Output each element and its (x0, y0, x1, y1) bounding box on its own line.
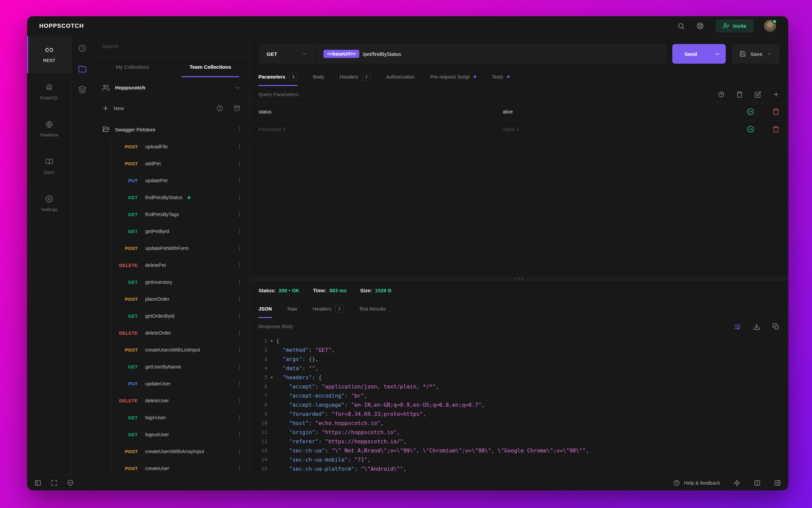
request-item-addPet[interactable]: POSTaddPet (111, 155, 249, 172)
download-icon[interactable] (753, 323, 760, 330)
kebab-menu-icon[interactable] (236, 415, 243, 421)
collections-folder-icon[interactable] (78, 65, 87, 73)
request-item-getPetById[interactable]: GETgetPetById (111, 223, 249, 240)
request-item-findPetsByTags[interactable]: GETfindPetsByTags (111, 206, 249, 223)
wrap-lines-icon[interactable] (734, 323, 741, 330)
param-key-input[interactable]: Parameter 2 (250, 121, 494, 138)
history-clock-icon[interactable] (78, 44, 87, 52)
kebab-menu-icon[interactable] (236, 126, 243, 132)
search-input[interactable] (102, 43, 241, 49)
invite-button[interactable]: Invite (716, 19, 754, 33)
kebab-menu-icon[interactable] (236, 364, 243, 370)
send-button[interactable]: Send (672, 44, 709, 64)
request-item-deleteUser[interactable]: DELETEdeleteUser (111, 392, 249, 409)
request-item-deleteOrder[interactable]: DELETEdeleteOrder (111, 324, 249, 341)
fold-arrow-icon[interactable]: ▼ (267, 373, 276, 382)
shortcuts-zap-icon[interactable] (734, 480, 740, 486)
param-delete-icon[interactable] (763, 121, 788, 138)
param-active-toggle-icon[interactable] (738, 121, 763, 138)
help-circle-icon[interactable] (718, 91, 725, 98)
split-panel-icon[interactable] (754, 480, 761, 486)
response-tab-raw[interactable]: Raw (288, 300, 297, 318)
tab-parameters[interactable]: Parameters1 (258, 68, 297, 86)
fold-arrow-icon[interactable]: ▼ (267, 336, 276, 345)
request-item-getUserByName[interactable]: GETgetUserByName (111, 358, 249, 375)
tab-pre-request-script[interactable]: Pre-request Script (430, 68, 476, 86)
tab-headers[interactable]: Headers2 (340, 68, 370, 86)
toggle-sidebar-icon[interactable] (35, 480, 41, 486)
request-item-createUsersWithListInput[interactable]: POSTcreateUsersWithListInput (111, 341, 249, 358)
request-item-deletePet[interactable]: DELETEdeletePet (111, 257, 249, 274)
param-delete-icon[interactable] (763, 103, 788, 120)
kebab-menu-icon[interactable] (236, 398, 243, 404)
nav-item-rest[interactable]: REST (27, 36, 71, 73)
kebab-menu-icon[interactable] (236, 228, 243, 234)
shortcuts-expand-icon[interactable] (51, 480, 58, 486)
search-icon[interactable] (677, 22, 685, 30)
nav-item-graphql[interactable]: GraphQL (27, 73, 71, 110)
nav-item-realtime[interactable]: Realtime (27, 110, 71, 148)
copy-icon[interactable] (772, 323, 780, 330)
help-circle-icon[interactable] (216, 105, 223, 112)
kebab-menu-icon[interactable] (236, 211, 243, 217)
request-item-getOrderById[interactable]: GETgetOrderById (111, 308, 249, 324)
request-item-updatePet[interactable]: PUTupdatePet (111, 172, 249, 189)
kebab-menu-icon[interactable] (236, 448, 243, 454)
nav-item-settings[interactable]: Settings (27, 185, 71, 222)
kebab-menu-icon[interactable] (236, 279, 243, 285)
request-item-loginUser[interactable]: GETloginUser (111, 409, 249, 426)
kebab-menu-icon[interactable] (236, 245, 243, 251)
tab-my-collections[interactable]: My Collections (93, 57, 172, 77)
url-input[interactable]: <<baseUrl>> /pet/findByStatus (316, 44, 666, 64)
request-item-uploadFile[interactable]: POSTuploadFile (111, 138, 249, 155)
support-lifebuoy-icon[interactable] (696, 22, 704, 30)
response-tab-headers[interactable]: Headers2 (313, 300, 344, 318)
request-item-logoutUser[interactable]: GETlogoutUser (111, 426, 249, 443)
add-param-plus-icon[interactable] (773, 91, 780, 98)
kebab-menu-icon[interactable] (236, 161, 243, 167)
collection-folder[interactable]: Swagger Petstore (93, 121, 249, 138)
request-item-updateUser[interactable]: PUTupdateUser (111, 375, 249, 392)
tab-team-collections[interactable]: Team Collections (172, 57, 250, 77)
kebab-menu-icon[interactable] (236, 194, 243, 200)
request-item-createUsersWithArrayInput[interactable]: POSTcreateUsersWithArrayInput (111, 443, 249, 460)
request-item-placeOrder[interactable]: POSTplaceOrder (111, 291, 249, 308)
kebab-menu-icon[interactable] (236, 313, 243, 319)
param-value-input[interactable]: alive (494, 103, 738, 120)
param-active-toggle-icon[interactable] (738, 103, 763, 120)
collapse-right-panel-icon[interactable] (774, 480, 781, 486)
method-select[interactable]: GET (258, 44, 316, 64)
kebab-menu-icon[interactable] (236, 296, 243, 302)
team-selector[interactable]: Hoppscotch (93, 77, 249, 98)
kebab-menu-icon[interactable] (236, 381, 243, 387)
request-item-getInventory[interactable]: GETgetInventory (111, 274, 249, 291)
kebab-menu-icon[interactable] (236, 262, 243, 268)
kebab-menu-icon[interactable] (236, 177, 243, 184)
delete-all-trash-icon[interactable] (736, 91, 743, 98)
param-value-input[interactable]: Value 2 (494, 121, 738, 138)
nav-item-docs[interactable]: Docs (27, 148, 71, 185)
kebab-menu-icon[interactable] (236, 431, 243, 438)
request-item-findPetsByStatus[interactable]: GETfindPetsByStatus (111, 189, 249, 206)
tab-tests[interactable]: Tests (492, 68, 510, 86)
panel-resize-handle[interactable] (250, 277, 788, 281)
save-button[interactable]: Save (732, 44, 780, 64)
response-tab-json[interactable]: JSON (258, 300, 272, 318)
param-key-input[interactable]: status (250, 103, 494, 120)
request-item-createUser[interactable]: POSTcreateUser (111, 460, 249, 475)
tab-body[interactable]: Body (313, 68, 324, 86)
avatar[interactable] (764, 20, 776, 32)
edit-icon[interactable] (754, 91, 761, 98)
environments-layers-icon[interactable] (78, 85, 87, 94)
kebab-menu-icon[interactable] (236, 144, 243, 150)
new-collection-button[interactable]: New (102, 105, 206, 112)
archive-icon[interactable] (233, 105, 241, 112)
send-options-button[interactable] (709, 44, 726, 64)
response-tab-test-results[interactable]: Test Results (359, 300, 386, 318)
tab-authorization[interactable]: Authorization (386, 68, 415, 86)
collections-search[interactable] (93, 36, 249, 57)
kebab-menu-icon[interactable] (236, 465, 243, 471)
help-feedback-button[interactable]: Help & feedback (673, 480, 720, 486)
request-item-updatePetWithForm[interactable]: POSTupdatePetWithForm (111, 240, 249, 257)
kebab-menu-icon[interactable] (236, 330, 243, 336)
